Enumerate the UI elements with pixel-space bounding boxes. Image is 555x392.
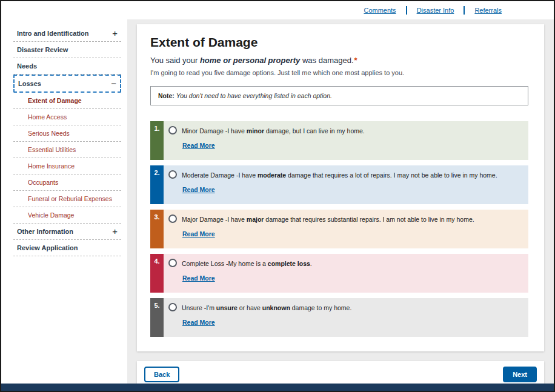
option-text-mid: damage that requires a lot of repairs. I… [286,171,497,179]
option-text-pre: Minor Damage -I have [182,127,247,135]
top-links-nav: Comments Disaster Info Referrals [364,6,502,15]
option-text: Unsure -I'm unsure or have unknown damag… [182,304,351,312]
main-area: Extent of Damage You said your home or p… [127,19,554,384]
top-link-referrals[interactable]: Referrals [474,7,502,14]
read-more-link[interactable]: Read More [182,274,215,282]
note-label: Note: [158,92,174,99]
option-row-complete-loss: 4. Complete Loss -My home is a complete … [150,254,528,293]
sidebar: Intro and Identification + Disaster Revi… [1,19,127,384]
option-text-bold: moderate [258,171,286,179]
sidebar-item-losses[interactable]: Losses − [13,75,121,93]
body-row: Intro and Identification + Disaster Revi… [1,19,554,384]
option-text-bold: major [247,216,264,223]
option-number-badge: 1. [150,121,164,160]
instruction-text: I'm going to read you five damage option… [150,69,528,76]
question-post: was damaged. [300,56,353,65]
sidebar-item-label: Review Application [17,244,78,251]
option-number-badge: 3. [150,210,164,248]
sidebar-subitem-vehicle-damage[interactable]: Vehicle Damage [13,207,121,224]
sidebar-item-needs[interactable]: Needs [13,58,121,75]
option-choice[interactable]: Moderate Damage -I have moderate damage … [168,171,521,179]
question-text: You said your home or personal property … [150,56,528,65]
option-row-minor-damage: 1. Minor Damage -I have minor damage, bu… [150,121,528,160]
option-choice[interactable]: Complete Loss -My home is a complete los… [168,259,521,268]
option-text-mid: . [310,260,312,267]
sidebar-item-intro-and-identification[interactable]: Intro and Identification + [13,25,121,42]
next-button[interactable]: Next [503,367,537,382]
option-body: Minor Damage -I have minor damage, but I… [164,121,528,160]
option-choice[interactable]: Major Damage -I have major damage that r… [168,215,521,224]
note-text: You don't need to have everything listed… [176,92,332,99]
top-bar: Comments Disaster Info Referrals [1,1,554,19]
option-text-pre: Complete Loss -My home is a [182,260,268,267]
option-row-major-damage: 3. Major Damage -I have major damage tha… [150,210,528,248]
sidebar-subitem-serious-needs[interactable]: Serious Needs [13,125,121,142]
damage-options-list: 1. Minor Damage -I have minor damage, bu… [150,121,528,337]
sidebar-subitem-occupants[interactable]: Occupants [13,174,121,191]
option-number-badge: 5. [150,298,164,337]
sidebar-subitem-essential-utilities[interactable]: Essential Utilities [13,142,121,158]
top-link-disaster-info[interactable]: Disaster Info [417,7,454,14]
option-body: Unsure -I'm unsure or have unknown damag… [164,298,528,337]
option-text-bold: unsure [216,304,238,311]
read-more-link[interactable]: Read More [182,230,215,238]
sidebar-item-label: Losses [18,80,41,87]
collapse-icon[interactable]: − [111,81,116,87]
read-more-link[interactable]: Read More [182,319,215,326]
option-text-post: damage to my home. [290,304,352,311]
sidebar-item-disaster-review[interactable]: Disaster Review [13,42,121,58]
option-text-mid: or have [238,304,262,311]
option-text-pre: Major Damage -I have [182,216,247,223]
option-body: Moderate Damage -I have moderate damage … [164,165,528,204]
option-text-bold: complete loss [268,260,310,267]
top-link-comments[interactable]: Comments [364,7,396,14]
radio-button[interactable] [168,214,177,223]
sidebar-subitem-funeral-or-reburial-expenses[interactable]: Funeral or Reburial Expenses [13,191,121,207]
question-emphasis: home or personal property [200,56,300,65]
option-text: Complete Loss -My home is a complete los… [182,259,312,268]
option-text-bold: minor [247,127,264,135]
option-row-moderate-damage: 2. Moderate Damage -I have moderate dama… [150,165,528,204]
option-body: Complete Loss -My home is a complete los… [164,254,528,293]
sidebar-subitem-extent-of-damage[interactable]: Extent of Damage [13,93,121,109]
application-window: Comments Disaster Info Referrals Intro a… [0,0,555,392]
sidebar-item-label: Other Information [17,228,73,235]
radio-button[interactable] [168,170,177,179]
option-row-unsure: 5. Unsure -I'm unsure or have unknown da… [150,298,528,337]
link-separator [464,6,465,15]
sidebar-subitem-home-insurance[interactable]: Home Insurance [13,158,121,174]
radio-button[interactable] [168,259,177,267]
sidebar-item-review-application[interactable]: Review Application [13,240,121,256]
option-text: Major Damage -I have major damage that r… [182,215,474,224]
option-text: Moderate Damage -I have moderate damage … [182,171,497,179]
option-text-pre: Moderate Damage -I have [182,171,258,179]
page-title: Extent of Damage [150,35,528,50]
radio-button[interactable] [168,303,177,311]
sidebar-item-label: Needs [17,62,37,70]
option-choice[interactable]: Minor Damage -I have minor damage, but I… [168,127,521,135]
option-number-badge: 4. [150,254,164,293]
option-body: Major Damage -I have major damage that r… [164,210,528,248]
content-card: Extent of Damage You said your home or p… [137,24,544,351]
sidebar-subitem-home-access[interactable]: Home Access [13,109,121,125]
required-asterisk: * [354,56,357,65]
option-number-badge: 2. [150,165,164,204]
note-box: Note:You don't need to have everything l… [150,86,528,105]
link-separator [406,6,407,15]
expand-icon[interactable]: + [112,30,118,36]
sidebar-item-other-information[interactable]: Other Information + [13,224,121,240]
sidebar-item-label: Intro and Identification [17,30,89,37]
option-text-mid: damage, but I can live in my home. [264,127,365,135]
option-text: Minor Damage -I have minor damage, but I… [182,127,365,135]
read-more-link[interactable]: Read More [182,186,215,193]
option-text-bold: unknown [262,304,290,311]
read-more-link[interactable]: Read More [182,142,215,149]
expand-icon[interactable]: + [112,228,118,234]
question-pre: You said your [150,56,200,65]
radio-button[interactable] [168,126,177,135]
footer-strip [1,384,554,391]
sidebar-item-label: Disaster Review [17,46,68,53]
option-choice[interactable]: Unsure -I'm unsure or have unknown damag… [168,304,521,312]
back-button[interactable]: Back [144,367,179,382]
option-text-mid: damage that requires substantial repairs… [264,216,474,223]
